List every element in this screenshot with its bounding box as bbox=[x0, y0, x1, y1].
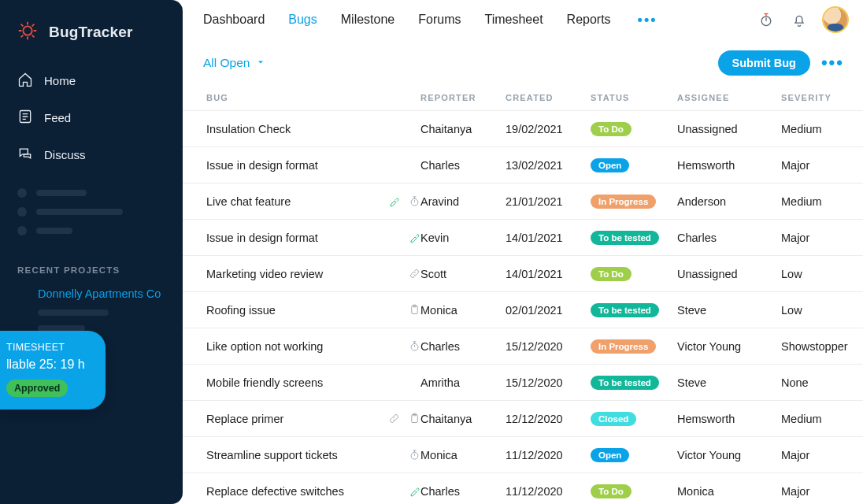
severity-cell: Medium bbox=[781, 195, 863, 208]
table-row[interactable]: Issue in design formatKevin14/01/2021To … bbox=[183, 219, 863, 255]
table-row[interactable]: Replace primerChaitanya12/12/2020ClosedH… bbox=[183, 400, 863, 436]
sidebar-item-home[interactable]: Home bbox=[0, 65, 183, 97]
table-row[interactable]: Mobile friendly screensAmritha15/12/2020… bbox=[183, 364, 863, 400]
stopwatch-icon bbox=[408, 340, 420, 353]
th-bug: BUG bbox=[206, 93, 420, 102]
table-row[interactable]: Marketing video reviewScott14/01/2021To … bbox=[183, 255, 863, 291]
bug-title: Issue in design format bbox=[206, 232, 400, 244]
table-row[interactable]: Roofing issueMonica02/01/2021To be teste… bbox=[183, 291, 863, 328]
severity-cell: Low bbox=[781, 268, 863, 280]
user-avatar[interactable] bbox=[824, 8, 847, 32]
table-row[interactable]: Like option not workingCharles15/12/2020… bbox=[183, 328, 863, 364]
table-row[interactable]: Insulation CheckChaitanya19/02/2021To Do… bbox=[183, 110, 863, 146]
assignee-cell: Hemsworth bbox=[677, 413, 781, 425]
created-cell: 19/02/2021 bbox=[506, 123, 591, 135]
timesheet-card[interactable]: TIMESHEET llable 25: 19 h Approved bbox=[0, 331, 106, 410]
tab-milestone[interactable]: Milestone bbox=[341, 9, 394, 30]
table-row[interactable]: Replace defective switchesCharles11/12/2… bbox=[183, 472, 863, 504]
topbar-actions bbox=[748, 8, 847, 32]
th-created: CREATED bbox=[506, 93, 591, 102]
th-assignee: ASSIGNEE bbox=[677, 93, 781, 102]
status-pill: Open bbox=[591, 448, 629, 462]
feed-icon bbox=[17, 109, 33, 127]
tab-dashboard[interactable]: Dashboard bbox=[203, 9, 265, 30]
tab-forums[interactable]: Forums bbox=[418, 9, 461, 30]
status-cell: To be tested bbox=[591, 376, 677, 390]
tab-reports[interactable]: Reports bbox=[567, 9, 611, 30]
sidebar-item-discuss[interactable]: Discuss bbox=[0, 139, 183, 171]
severity-cell: Medium bbox=[781, 123, 863, 135]
table-body: Insulation CheckChaitanya19/02/2021To Do… bbox=[183, 110, 863, 504]
bug-cell: Mobile friendly screens bbox=[206, 376, 420, 389]
bug-cell: Issue in design format bbox=[206, 232, 420, 244]
tabs-more-icon[interactable]: ••• bbox=[635, 12, 661, 28]
assignee-cell: Anderson bbox=[677, 195, 781, 208]
list-more-icon[interactable]: ••• bbox=[821, 53, 844, 73]
status-pill: In Progress bbox=[591, 195, 656, 209]
sidebar-item-label: Discuss bbox=[44, 148, 86, 161]
severity-cell: Medium bbox=[781, 413, 863, 425]
timesheet-time: llable 25: 19 h bbox=[6, 358, 94, 372]
created-cell: 13/02/2021 bbox=[506, 159, 591, 172]
timer-icon[interactable] bbox=[757, 11, 775, 28]
tab-bugs[interactable]: Bugs bbox=[288, 9, 317, 30]
created-cell: 11/12/2020 bbox=[506, 449, 591, 461]
table-row[interactable]: Live chat featureAravind21/01/2021In Pro… bbox=[183, 183, 863, 219]
filter-bar: All Open Submit Bug ••• bbox=[183, 41, 863, 88]
status-cell: To Do bbox=[591, 122, 677, 136]
timesheet-label: TIMESHEET bbox=[6, 342, 94, 353]
th-severity: SEVERITY bbox=[781, 93, 863, 102]
status-cell: To be tested bbox=[591, 231, 677, 245]
table-row[interactable]: Issue in design formatCharles13/02/2021O… bbox=[183, 146, 863, 183]
assignee-cell: Victor Young bbox=[677, 449, 781, 461]
assignee-cell: Hemsworth bbox=[677, 159, 781, 172]
bug-title: Streamline support tickets bbox=[206, 449, 400, 461]
submit-bug-button[interactable]: Submit Bug bbox=[718, 50, 810, 76]
th-reporter: REPORTER bbox=[420, 93, 506, 102]
created-cell: 15/12/2020 bbox=[506, 376, 591, 389]
filter-dropdown[interactable]: All Open bbox=[203, 56, 265, 70]
bell-icon[interactable] bbox=[791, 11, 808, 28]
clipboard-icon bbox=[408, 413, 420, 425]
brand-name: BugTracker bbox=[49, 24, 133, 41]
assignee-cell: Unassigned bbox=[677, 268, 781, 280]
table-header: BUG REPORTER CREATED STATUS ASSIGNEE SEV… bbox=[183, 88, 863, 110]
bug-cell: Replace defective switches bbox=[206, 485, 420, 498]
probe-icon bbox=[387, 195, 400, 208]
bug-title: Mobile friendly screens bbox=[206, 376, 420, 389]
assignee-cell: Charles bbox=[677, 232, 781, 244]
status-pill: To Do bbox=[591, 484, 632, 498]
status-cell: To be tested bbox=[591, 303, 677, 317]
severity-cell: Showstopper bbox=[781, 340, 863, 353]
bug-cell: Like option not working bbox=[206, 340, 420, 353]
status-cell: In Progress bbox=[591, 195, 677, 209]
sidebar-nav: Home Feed Discuss bbox=[0, 65, 183, 180]
bug-title: Roofing issue bbox=[206, 304, 400, 317]
sidebar: BugTracker Home Feed Discuss RECENT PROJ… bbox=[0, 0, 183, 504]
project-item[interactable]: Donnelly Apartments Co bbox=[0, 283, 183, 305]
reporter-cell: Aravind bbox=[420, 195, 506, 208]
created-cell: 14/01/2021 bbox=[506, 232, 591, 244]
sidebar-item-feed[interactable]: Feed bbox=[0, 102, 183, 134]
severity-cell: None bbox=[781, 376, 863, 389]
bug-cell: Roofing issue bbox=[206, 304, 420, 317]
severity-cell: Low bbox=[781, 304, 863, 317]
status-cell: Open bbox=[591, 448, 677, 462]
reporter-cell: Amritha bbox=[420, 376, 506, 389]
main-content: Dashboard Bugs Milestone Forums Timeshee… bbox=[183, 0, 863, 504]
reporter-cell: Monica bbox=[420, 304, 506, 317]
created-cell: 21/01/2021 bbox=[506, 195, 591, 208]
assignee-cell: Unassigned bbox=[677, 123, 781, 135]
reporter-cell: Charles bbox=[420, 340, 506, 353]
recent-projects-label: RECENT PROJECTS bbox=[0, 235, 183, 283]
project-placeholder bbox=[38, 309, 109, 316]
table-row[interactable]: Streamline support ticketsMonica11/12/20… bbox=[183, 436, 863, 472]
timesheet-status-pill: Approved bbox=[6, 380, 68, 397]
bug-title: Live chat feature bbox=[206, 195, 380, 208]
tab-timesheet[interactable]: Timesheet bbox=[484, 9, 543, 30]
status-pill: In Progress bbox=[591, 339, 656, 354]
bug-title: Replace primer bbox=[206, 413, 380, 425]
status-pill: Closed bbox=[591, 412, 636, 426]
assignee-cell: Steve bbox=[677, 376, 781, 389]
reporter-cell: Charles bbox=[420, 485, 506, 498]
